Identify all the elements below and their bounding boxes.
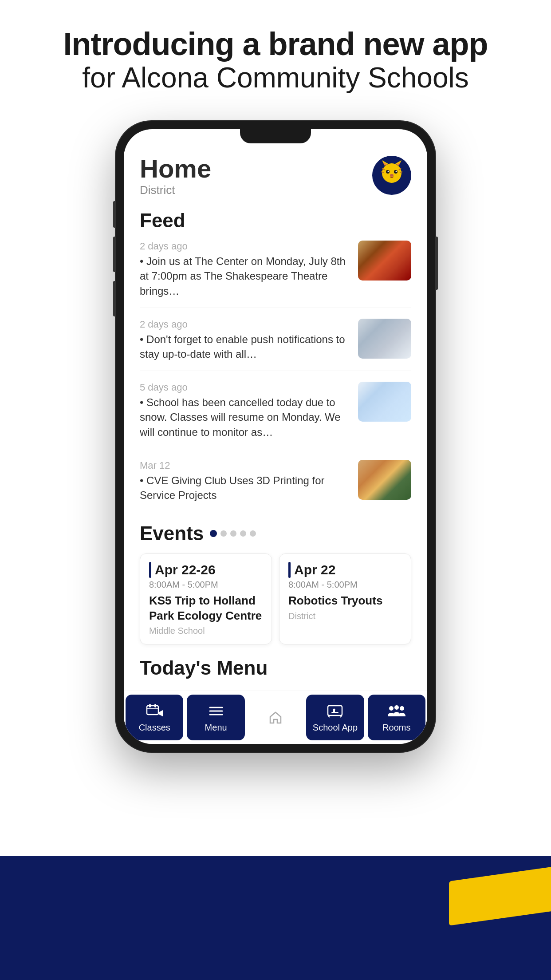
- events-dot: [240, 530, 246, 537]
- tiger-avatar-icon: [374, 158, 409, 193]
- nav-item-home[interactable]: [247, 691, 304, 744]
- bottom-decoration: [0, 838, 551, 980]
- headline-bold: Introducing a brand new app: [63, 27, 488, 62]
- feed-body: • CVE Giving Club Uses 3D Printing for S…: [140, 473, 351, 503]
- feed-timestamp: 2 days ago: [140, 241, 351, 252]
- page-content: Introducing a brand new app for Alcona C…: [0, 0, 551, 752]
- phone-side-btn-mute: [113, 201, 116, 228]
- feed-item-text: 2 days ago • Join us at The Center on Mo…: [140, 241, 351, 299]
- rooms-icon: [386, 702, 407, 720]
- phone-side-btn-power: [435, 237, 438, 290]
- event-name: KS5 Trip to Holland Park Ecology Centre: [149, 593, 263, 624]
- feed-item[interactable]: 5 days ago • School has been cancelled t…: [140, 382, 411, 449]
- home-title-block: Home District: [140, 156, 211, 197]
- nav-label-rooms: Rooms: [382, 723, 410, 733]
- feed-item[interactable]: 2 days ago • Don't forget to enable push…: [140, 319, 411, 371]
- nav-label-school-app: School App: [313, 723, 358, 733]
- header-section: Introducing a brand new app for Alcona C…: [36, 27, 514, 112]
- svg-point-27: [389, 706, 394, 711]
- feed-timestamp: Mar 12: [140, 460, 351, 471]
- svg-rect-17: [149, 704, 151, 707]
- events-dot: [250, 530, 256, 537]
- feed-thumbnail: [358, 319, 411, 359]
- phone-outer: Home District: [116, 121, 435, 752]
- todays-menu-title: Today's Menu: [140, 657, 411, 686]
- nav-item-school-app[interactable]: School App: [306, 695, 364, 740]
- feed-item[interactable]: Mar 12 • CVE Giving Club Uses 3D Printin…: [140, 460, 411, 512]
- feed-timestamp: 5 days ago: [140, 382, 351, 393]
- feed-thumbnail: [358, 460, 411, 500]
- event-date: Apr 22: [288, 562, 402, 578]
- svg-point-9: [388, 170, 389, 172]
- nav-item-menu[interactable]: Menu: [187, 695, 244, 740]
- svg-rect-18: [154, 704, 156, 707]
- svg-point-10: [396, 170, 397, 172]
- event-card[interactable]: Apr 22 8:00AM - 5:00PM Robotics Tryouts …: [279, 553, 411, 645]
- feed-item-text: 5 days ago • School has been cancelled t…: [140, 382, 351, 440]
- nav-item-classes[interactable]: Classes: [126, 695, 183, 740]
- home-title: Home: [140, 156, 211, 182]
- phone-notch: [240, 129, 311, 143]
- phone-side-btn-vol-down: [113, 281, 116, 316]
- events-dot-active: [210, 530, 217, 537]
- svg-point-29: [400, 706, 404, 711]
- classes-icon: [144, 702, 165, 720]
- school-app-icon: [324, 702, 346, 720]
- event-name: Robotics Tryouts: [288, 593, 402, 609]
- screen-inner: Home District: [124, 129, 427, 687]
- feed-section-title: Feed: [140, 209, 411, 232]
- headline-regular: for Alcona Community Schools: [63, 62, 488, 95]
- events-dot: [220, 530, 227, 537]
- feed-body: • Join us at The Center on Monday, July …: [140, 254, 351, 299]
- events-header: Events: [140, 522, 411, 545]
- bottom-nav: Classes Menu: [124, 691, 427, 744]
- feed-timestamp: 2 days ago: [140, 319, 351, 330]
- screen-home-header: Home District: [140, 156, 411, 197]
- feed-thumbnail: [358, 241, 411, 281]
- feed-item-text: Mar 12 • CVE Giving Club Uses 3D Printin…: [140, 460, 351, 503]
- feed-item-text: 2 days ago • Don't forget to enable push…: [140, 319, 351, 362]
- nav-label-menu: Menu: [205, 723, 227, 733]
- feed-thumbnail: [358, 382, 411, 422]
- phone-mockup: Home District: [116, 121, 435, 752]
- event-location: Middle School: [149, 626, 263, 636]
- events-row: Apr 22-26 8:00AM - 5:00PM KS5 Trip to Ho…: [140, 553, 411, 645]
- events-dot: [230, 530, 236, 537]
- event-location: District: [288, 611, 402, 621]
- home-icon: [265, 709, 286, 727]
- nav-label-classes: Classes: [139, 723, 170, 733]
- event-time: 8:00AM - 5:00PM: [288, 580, 402, 590]
- nav-item-rooms[interactable]: Rooms: [368, 695, 425, 740]
- svg-rect-26: [331, 712, 338, 713]
- home-subtitle: District: [140, 183, 211, 197]
- event-bar: [149, 562, 151, 578]
- menu-icon: [205, 702, 227, 720]
- svg-point-15: [390, 174, 394, 177]
- phone-screen: Home District: [124, 129, 427, 744]
- event-date: Apr 22-26: [149, 562, 263, 578]
- event-bar: [288, 562, 291, 578]
- svg-rect-16: [147, 706, 158, 715]
- phone-side-btn-vol-up: [113, 237, 116, 272]
- events-dots: [210, 530, 256, 537]
- events-section-title: Events: [140, 522, 204, 545]
- event-time: 8:00AM - 5:00PM: [149, 580, 263, 590]
- avatar[interactable]: [372, 156, 411, 195]
- feed-body: • Don't forget to enable push notificati…: [140, 332, 351, 362]
- feed-item[interactable]: 2 days ago • Join us at The Center on Mo…: [140, 241, 411, 308]
- svg-point-28: [394, 705, 399, 710]
- feed-body: • School has been cancelled today due to…: [140, 395, 351, 440]
- event-card[interactable]: Apr 22-26 8:00AM - 5:00PM KS5 Trip to Ho…: [140, 553, 272, 645]
